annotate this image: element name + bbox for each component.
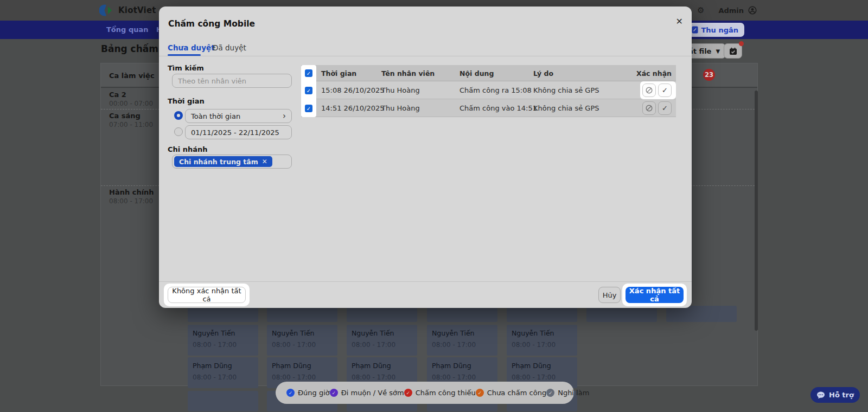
legend-item: ✓ Nghỉ làm [546, 389, 589, 397]
export-file-label: ất file [688, 47, 711, 55]
calendar-button[interactable] [724, 43, 742, 59]
shift-name: Ca sáng [109, 112, 141, 120]
calendar-icon [729, 47, 737, 55]
schedule-cell[interactable]: Nguyễn Tiến08:00 - 17:00 [267, 325, 337, 356]
schedule-cell-partial[interactable]: 08:00 - 17:00 [347, 306, 417, 322]
ban-icon [646, 87, 653, 94]
schedule-cell[interactable]: Nguyễn Tiến08:00 - 17:00 [347, 325, 417, 356]
schedule-cell-partial[interactable]: 08:00 - 17:00 [267, 306, 337, 322]
schedule-cell-partial[interactable]: 08:00 - 17:00 [666, 306, 737, 322]
reject-all-button[interactable]: Không xác nhận tất cả [168, 287, 246, 303]
radio-date-range[interactable] [174, 127, 183, 136]
status-dot-icon: ✓ [476, 389, 484, 397]
schedule-cell-partial[interactable]: 08:00 - 17:00 [427, 306, 497, 322]
shift-time: 00:00 - 07:00 [109, 100, 153, 107]
kiotviet-logo-icon [99, 4, 114, 16]
shift-name: Ca 2 [109, 91, 126, 99]
calendar-notification-dot [739, 41, 744, 46]
confirm-all-button[interactable]: Xác nhận tất cả [626, 287, 684, 303]
shift-time: 08:00 - 17:00 [109, 197, 153, 205]
legend-item: ✓ Đúng giờ [286, 389, 330, 397]
col-reason: Lý do [533, 69, 553, 77]
search-input[interactable] [172, 74, 292, 88]
check-icon: ✓ [662, 104, 668, 112]
branch-filter-label: Chi nhánh [168, 145, 208, 153]
col-employee: Tên nhân viên [381, 69, 435, 77]
schedule-cell-partial[interactable]: 08:00 - 17:00 [188, 306, 258, 322]
admin-menu[interactable]: Admin [718, 6, 757, 15]
status-dot-icon: ✓ [286, 389, 295, 397]
table-row: 14:51 26/10/2025 Thu Hoàng Chấm công vào… [301, 99, 676, 117]
gear-icon[interactable]: ⚙ [697, 5, 704, 15]
tab-approved[interactable]: Đã duyệt [213, 43, 246, 52]
branch-tag: Chi nhánh trung tâm ✕ [174, 156, 272, 167]
tab-pending[interactable]: Chưa duyệt [168, 43, 215, 52]
row-checkbox[interactable]: ✓ [305, 87, 312, 94]
shift-time: 07:00 - 11:00 [109, 121, 153, 128]
date-count-badge: 23 [703, 69, 715, 81]
chevron-right-icon: › [283, 111, 286, 121]
status-legend: ✓ Đúng giờ ✓ Đi muộn / Về sớm ✓ Chấm côn… [276, 382, 574, 404]
reject-row-button[interactable] [642, 83, 656, 97]
cashier-button[interactable]: Thu ngân [686, 23, 745, 37]
tabs-divider [159, 56, 692, 56]
attendance-mobile-modal: Chấm công Mobile ✕ Chưa duyệt Đã duyệt T… [159, 7, 692, 308]
brand-name: KiotViet [118, 5, 156, 15]
ban-icon [646, 105, 653, 112]
admin-label: Admin [718, 7, 744, 15]
chat-bubble-icon [816, 391, 825, 399]
table-header-row: Thời gian Tên nhân viên Nội dung Lý do X… [301, 65, 676, 81]
status-dot-icon: ✓ [404, 389, 412, 397]
search-label: Tìm kiếm [168, 64, 204, 72]
screen: KiotViet ⚙ Admin Tổng quan Hàng hóa Thu … [0, 0, 868, 412]
reject-row-button[interactable] [642, 101, 656, 115]
schedule-cell[interactable]: Nguyễn Tiến08:00 - 17:00 [427, 325, 497, 356]
brand-logo[interactable]: KiotViet [99, 4, 156, 16]
close-icon[interactable]: ✕ [676, 17, 683, 26]
cancel-button[interactable]: Hủy [598, 287, 621, 303]
legend-item: ✓ Chấm công thiếu [404, 389, 476, 397]
table-row: 15:08 26/10/2025 Thu Hoàng Chấm công ra … [301, 81, 676, 99]
footer-divider [159, 281, 692, 282]
remove-tag-icon[interactable]: ✕ [262, 158, 267, 165]
support-label: Hỗ trợ [829, 391, 854, 399]
approve-row-button[interactable]: ✓ [658, 83, 672, 97]
schedule-cell-partial[interactable]: 08:00 - 17:00 [507, 306, 577, 322]
col-confirm: Xác nhận [636, 69, 672, 77]
schedule-cell-partial[interactable] [188, 391, 258, 411]
row-checkbox[interactable]: ✓ [305, 105, 312, 112]
invoice-icon [692, 26, 698, 34]
legend-item: ✓ Chưa chấm công [476, 389, 546, 397]
schedule-cell[interactable]: Nguyễn Tiến08:00 - 17:00 [507, 325, 577, 356]
col-content: Nội dung [459, 69, 494, 77]
status-dot-icon: ✓ [546, 389, 554, 397]
time-filter-label: Thời gian [168, 97, 205, 105]
caret-down-icon: ▼ [716, 48, 720, 54]
branch-select[interactable]: Chi nhánh trung tâm ✕ [172, 154, 292, 169]
check-icon: ✓ [662, 86, 668, 94]
table-scrollbar[interactable] [755, 91, 758, 331]
nav-item-overview[interactable]: Tổng quan [106, 25, 148, 34]
radio-all-time[interactable] [174, 111, 183, 120]
shift-name: Hành chính [109, 188, 154, 196]
user-avatar-icon [748, 6, 757, 15]
support-button[interactable]: Hỗ trợ [810, 387, 860, 403]
schedule-cell[interactable]: Nguyễn Tiến08:00 - 17:00 [188, 325, 258, 356]
legend-item: ✓ Đi muộn / Về sớm [330, 389, 404, 397]
status-dot-icon: ✓ [330, 389, 338, 397]
cashier-label: Thu ngân [701, 26, 739, 34]
modal-title: Chấm công Mobile [168, 19, 255, 29]
select-all-checkbox[interactable]: ✓ [305, 69, 312, 77]
col-time: Thời gian [321, 69, 356, 77]
all-time-select[interactable]: Toàn thời gian › [185, 109, 292, 123]
schedule-cell[interactable]: Phạm Dũng08:00 - 17:00 [188, 357, 258, 388]
approve-row-button[interactable]: ✓ [658, 101, 672, 115]
shift-column-header: Ca làm việc [109, 72, 155, 80]
schedule-cell-partial[interactable]: 08:00 - 17:00 [586, 306, 657, 322]
date-range-input[interactable]: 01/11/2025 - 22/11/2025 [185, 125, 292, 139]
